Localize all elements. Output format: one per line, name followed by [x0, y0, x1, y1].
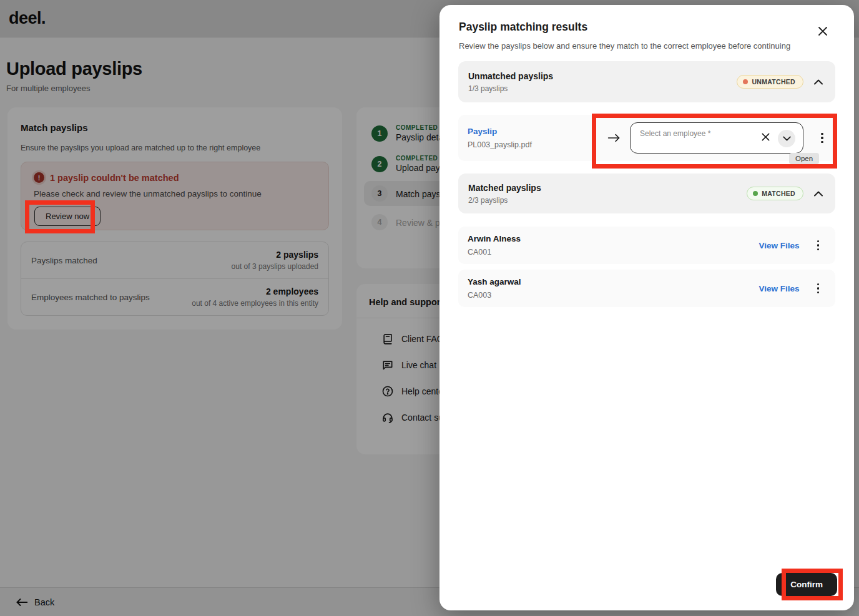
unmatched-dot-icon: [743, 79, 748, 84]
section-count: 1/3 payslips: [468, 84, 553, 93]
matched-employee-row: Yash agarwal CA003 View Files: [458, 270, 835, 307]
app-window: deel. Upload payslips For multiple emplo…: [0, 0, 859, 616]
view-files-link[interactable]: View Files: [758, 284, 799, 293]
chevron-up-icon[interactable]: [814, 79, 823, 85]
modal-subtitle: Review the payslips below and ensure the…: [459, 41, 790, 51]
unmatched-badge: UNMATCHED: [737, 75, 803, 89]
payslip-link[interactable]: Payslip: [468, 127, 607, 136]
employee-id: CA001: [468, 248, 521, 257]
employee-name: Yash agarwal: [468, 277, 521, 286]
matched-section-header[interactable]: Matched payslips 2/3 payslips MATCHED: [458, 174, 835, 213]
section-count: 2/3 payslips: [468, 196, 541, 205]
confirm-button[interactable]: Confirm: [776, 573, 837, 596]
clear-icon[interactable]: [761, 132, 770, 142]
arrow-right-icon: [607, 133, 621, 143]
employee-id: CA003: [468, 291, 521, 300]
matched-employee-row: Arwin Alness CA001 View Files: [458, 227, 835, 264]
chevron-down-icon: [783, 136, 791, 141]
chevron-up-icon[interactable]: [814, 191, 823, 197]
unmatched-section-header[interactable]: Unmatched payslips 1/3 payslips UNMATCHE…: [458, 61, 835, 102]
view-files-link[interactable]: View Files: [758, 241, 799, 250]
employee-name: Arwin Alness: [468, 234, 521, 243]
unmatched-payslip-row: Payslip PL003_payslip.pdf Select an empl…: [458, 115, 835, 161]
payslip-filename: PL003_payslip.pdf: [468, 140, 607, 149]
kebab-menu-icon[interactable]: [817, 129, 827, 147]
close-icon[interactable]: [815, 24, 830, 39]
matched-dot-icon: [753, 191, 758, 196]
chevron-down-button[interactable]: [778, 130, 795, 147]
modal-title: Payslip matching results: [459, 21, 587, 34]
kebab-menu-icon[interactable]: [813, 237, 823, 255]
payslip-matching-modal: Payslip matching results Review the pays…: [439, 5, 854, 610]
open-tooltip: Open: [789, 153, 819, 164]
section-title: Matched payslips: [468, 183, 541, 193]
employee-select[interactable]: Select an employee *: [630, 122, 803, 154]
matched-badge: MATCHED: [747, 187, 803, 200]
select-placeholder: Select an employee *: [640, 129, 710, 138]
kebab-menu-icon[interactable]: [813, 280, 823, 298]
section-title: Unmatched payslips: [468, 71, 553, 81]
